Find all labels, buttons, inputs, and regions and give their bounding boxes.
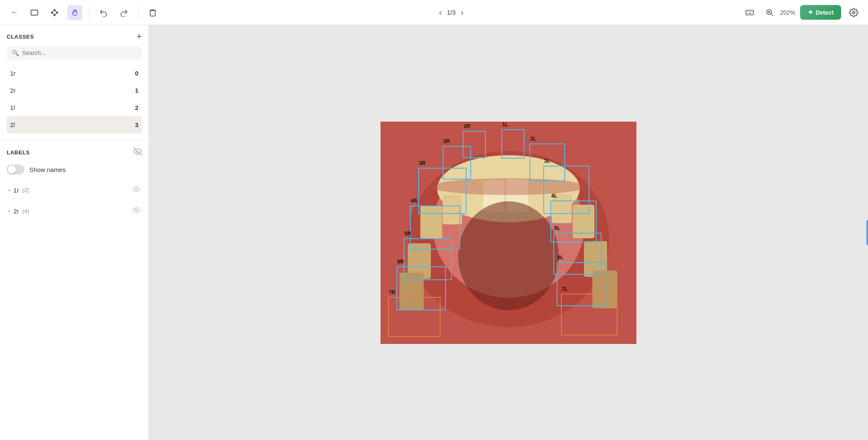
class-name-2r: 2r [10,87,16,94]
classes-title: CLASSES [7,34,34,40]
detect-button[interactable]: ✦ Detect [800,5,841,20]
show-names-row: Show names [7,164,142,174]
class-name-1l: 1l [10,104,15,111]
add-class-button[interactable]: + [136,32,142,41]
chevron-right-icon-2r: › [8,208,10,214]
class-item-1l[interactable]: 1l 2 [7,99,142,116]
search-input[interactable] [22,49,137,56]
class-count-1l: 2 [135,104,138,111]
svg-line-5 [52,10,55,13]
trash-icon [149,8,157,17]
label-group-1r-eye-button[interactable] [133,185,140,195]
svg-point-41 [431,178,586,195]
search-box: 🔍 [7,46,142,60]
svg-rect-9 [746,10,753,15]
next-page-button[interactable]: › [461,8,464,17]
svg-point-21 [852,11,855,14]
scroll-indicator [866,220,868,245]
svg-line-7 [55,13,57,15]
rect-icon [30,8,39,17]
class-item-2l[interactable]: 2l 3 [7,116,142,133]
labels-header: LABELS [7,147,142,158]
hand-icon [70,8,79,17]
svg-point-24 [136,209,138,211]
eye-slash-icon [133,147,142,156]
labels-title: LABELS [7,149,30,156]
classes-section: CLASSES + 🔍 1r 0 2r 1 1l 2 [0,25,149,141]
rect-tool-button[interactable] [27,5,42,20]
label-group-name-1r: 1r [13,187,19,194]
toolbar: ← ‹ 1/3 › 202% ✦ Detect [0,0,868,25]
svg-rect-35 [420,206,442,239]
separator-2 [138,7,138,18]
show-names-label: Show names [29,166,66,173]
svg-rect-39 [399,273,424,310]
labels-section: LABELS Show names › 1r (2) [0,141,149,230]
back-icon: ← [10,8,18,17]
main-content: CLASSES + 🔍 1r 0 2r 1 1l 2 [0,25,868,440]
class-count-2l: 3 [135,121,138,128]
class-list: 1r 0 2r 1 1l 2 2l 3 [7,65,142,133]
label-group-1r: › 1r (2) [7,181,142,199]
class-name-2l: 2l [10,121,15,128]
svg-rect-33 [443,195,462,224]
detect-star-icon: ✦ [808,8,813,16]
class-item-2r[interactable]: 2r 1 [7,82,142,99]
chevron-right-icon-1r: › [8,187,10,193]
redo-button[interactable] [116,5,131,20]
svg-line-8 [52,13,55,15]
toolbar-right: 202% ✦ Detect [742,5,861,20]
eye-icon-2r [133,206,140,214]
eye-icon-1r [133,185,140,193]
zoom-in-icon [766,8,774,17]
svg-point-42 [458,201,559,310]
delete-button[interactable] [145,5,160,20]
search-icon: 🔍 [12,49,19,56]
label-group-1r-header[interactable]: › 1r (2) [7,181,142,199]
toggle-knob [8,165,16,174]
canvas-area[interactable]: 1R 1L 2R 2L 3R 3L 4R [149,25,868,440]
back-button[interactable]: ← [7,5,22,20]
class-count-1r: 0 [135,70,138,77]
svg-rect-0 [31,10,38,15]
prev-page-button[interactable]: ‹ [439,8,442,17]
zoom-level: 202% [780,9,795,16]
labels-visibility-button[interactable] [133,147,142,158]
undo-icon [99,8,108,17]
svg-line-6 [55,10,57,13]
keyboard-icon [745,8,754,17]
detect-label: Detect [816,9,834,16]
zoom-control: 202% [762,5,795,20]
label-group-count-2r: (4) [22,208,29,214]
class-name-1r: 1r [10,70,16,77]
sidebar: CLASSES + 🔍 1r 0 2r 1 1l 2 [0,25,149,440]
settings-button[interactable] [846,5,861,20]
toolbar-center: ‹ 1/3 › [165,8,737,17]
label-group-name-2r: 2r [13,208,19,215]
label-group-2r-left: › 2r (4) [8,208,29,215]
svg-line-18 [771,13,773,16]
page-info: 1/3 [447,9,456,16]
label-group-2r-eye-button[interactable] [133,206,140,216]
label-group-count-1r: (2) [22,187,29,193]
zoom-in-button[interactable] [762,5,777,20]
label-group-2r: › 2r (4) [7,202,142,220]
image-container: 1R 1L 2R 2L 3R 3L 4R [381,122,636,344]
label-group-2r-header[interactable]: › 2r (4) [7,202,142,220]
svg-point-23 [136,188,138,190]
svg-rect-40 [592,271,618,308]
svg-rect-34 [552,194,572,223]
separator-1 [89,7,89,18]
settings-icon [849,8,858,17]
show-names-toggle[interactable] [7,164,24,174]
hand-tool-button[interactable] [67,5,82,20]
class-item-1r[interactable]: 1r 0 [7,65,142,82]
node-icon [50,8,59,17]
label-group-1r-left: › 1r (2) [8,187,29,194]
redo-icon [120,8,128,17]
keyboard-button[interactable] [742,5,757,20]
undo-button[interactable] [96,5,111,20]
classes-header: CLASSES + [7,32,142,41]
node-tool-button[interactable] [47,5,62,20]
class-count-2r: 1 [135,87,138,94]
